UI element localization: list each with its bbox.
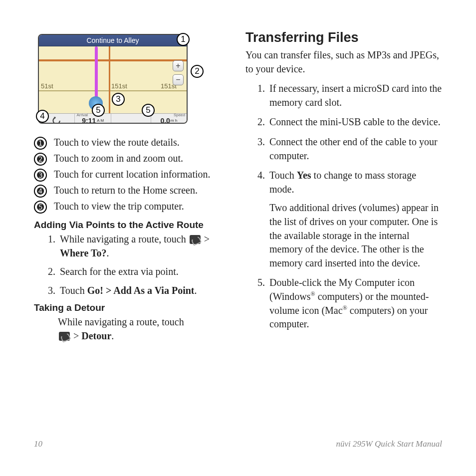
arrival-cell: Arrival 9:11 A M	[75, 114, 111, 124]
list-item: Connect the other end of the cable to yo…	[267, 135, 442, 163]
speed-cell: Speed 0.0 m h	[151, 114, 187, 124]
legend-item: ➋Touch to zoom in and zoom out.	[34, 152, 228, 166]
callout-1: 1	[177, 33, 190, 46]
callout-3: 3	[112, 93, 125, 106]
legend-item: ➊Touch to view the route details.	[34, 136, 228, 150]
page-number: 10	[34, 439, 42, 449]
map-screenshot: Continue to Alley 51st 151st 151st + − A…	[38, 34, 188, 124]
manual-title: nüvi 295W Quick Start Manual	[336, 439, 442, 449]
list-item: Double-click the My Computer icon (Windo…	[267, 276, 442, 331]
list-item: If necessary, insert a microSD card into…	[267, 82, 442, 109]
left-column: Continue to Alley 51st 151st 151st + − A…	[34, 30, 228, 434]
section-title: Transferring Files	[245, 30, 442, 45]
transfer-steps: If necessary, insert a microSD card into…	[245, 82, 442, 331]
list-item: Search for the extra via point.	[58, 265, 228, 279]
step4-note: Two additional drives (volumes) appear i…	[269, 201, 442, 270]
intro-text: You can transfer files, such as MP3s and…	[245, 48, 442, 76]
map-screenshot-wrap: Continue to Alley 51st 151st 151st + − A…	[38, 34, 207, 129]
home-icon	[59, 332, 70, 341]
right-column: Transferring Files You can transfer file…	[245, 30, 442, 434]
map-footer: Arrival 9:11 A M Speed 0.0 m h	[39, 113, 187, 124]
list-item: Touch Go! > Add As a Via Point.	[58, 284, 228, 298]
map-instruction-bar: Continue to Alley	[39, 35, 187, 46]
subheading-detour: Taking a Detour	[34, 302, 228, 313]
subheading-via-points: Adding Via Points to the Active Route	[34, 220, 228, 231]
list-item: Touch Yes to change to mass storage mode…	[267, 169, 442, 270]
page-footer: 10 nüvi 295W Quick Start Manual	[34, 439, 442, 449]
detour-body: While navigating a route, touch > Detour…	[58, 315, 228, 343]
zoom-in-icon: +	[173, 60, 184, 71]
list-item: Connect the mini-USB cable to the device…	[267, 115, 442, 129]
street-label: 51st	[41, 82, 53, 90]
legend-item: ➌Touch for current location information.	[34, 168, 228, 182]
callout-5: 5	[92, 104, 105, 117]
legend-item: ➍Touch to return to the Home screen.	[34, 184, 228, 198]
list-item: While navigating a route, touch > Where …	[58, 233, 228, 260]
zoom-out-icon: −	[173, 74, 184, 85]
via-points-steps: While navigating a route, touch > Where …	[34, 233, 228, 297]
street-label: 151st	[111, 82, 127, 90]
callout-2: 2	[191, 65, 204, 78]
home-icon	[190, 235, 201, 244]
callout-legend: ➊Touch to view the route details. ➋Touch…	[34, 136, 228, 214]
callout-4: 4	[36, 110, 49, 123]
page-columns: Continue to Alley 51st 151st 151st + − A…	[34, 30, 442, 434]
callout-5: 5	[142, 104, 155, 117]
legend-item: ➎Touch to view the trip computer.	[34, 200, 228, 214]
